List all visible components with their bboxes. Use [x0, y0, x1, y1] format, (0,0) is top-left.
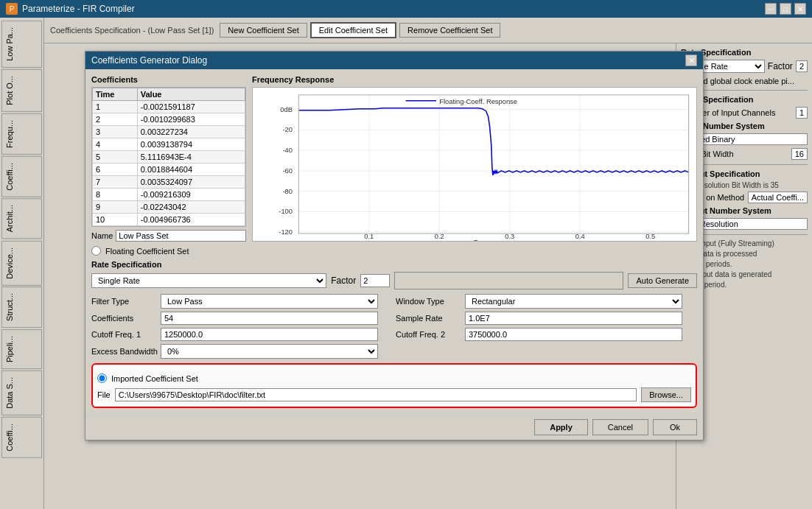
sidebar-item-device[interactable]: Device...	[1, 241, 42, 286]
imported-coeff-label: Imported Coefficient Set	[111, 374, 198, 383]
auto-generate-button[interactable]: Auto Generate	[628, 273, 697, 288]
table-row: 0.0039138794	[137, 138, 245, 151]
floating-coeff-label: Floating Coefficient Set	[105, 247, 189, 256]
sidebar-item-freq[interactable]: Frequ...	[1, 113, 42, 155]
table-row: -0.0010299683	[137, 113, 245, 126]
table-row: 0.026977539	[137, 226, 245, 228]
cutoff-freq2-label: Cutoff Freq. 2	[396, 330, 462, 339]
svg-text:0.5: 0.5	[645, 233, 655, 240]
table-row: 2	[93, 113, 138, 126]
clock-enable-label: Add global clock enable pi...	[693, 77, 794, 85]
table-row: 0.0035324097	[137, 176, 245, 189]
sidebar-item-struct[interactable]: Struct...	[1, 287, 42, 328]
num-channels-value: 1	[796, 107, 808, 119]
table-row: -0.004966736	[137, 214, 245, 226]
remove-coefficient-set-button[interactable]: Remove Coefficient Set	[399, 23, 500, 38]
minimize-button[interactable]: ─	[765, 3, 777, 15]
sidebar-item-data[interactable]: Data S...	[1, 371, 42, 415]
svg-text:0.1: 0.1	[364, 233, 374, 240]
dialog-close-button[interactable]: ✕	[685, 55, 697, 66]
time-column-header: Time	[93, 88, 138, 101]
window-controls[interactable]: ─ □ ✕	[765, 3, 806, 15]
svg-text:0.3: 0.3	[505, 233, 514, 240]
file-label: File	[97, 390, 111, 399]
ok-button[interactable]: Ok	[653, 419, 697, 435]
table-row: 4	[93, 138, 138, 151]
window-type-label: Window Type	[396, 297, 462, 306]
rate-dropdown[interactable]: Single Rate	[91, 273, 326, 288]
maximize-button[interactable]: □	[780, 3, 791, 15]
table-row: 7	[93, 176, 138, 189]
toolbar: Coefficients Specification - (Low Pass S…	[44, 18, 812, 43]
table-row: -0.02243042	[137, 201, 245, 214]
factor-input[interactable]	[360, 274, 390, 287]
sidebar-item-lowpass[interactable]: Low Pa...	[1, 21, 42, 68]
sidebar-item-arch[interactable]: Archit...	[1, 198, 42, 239]
table-row: -0.009216309	[137, 189, 245, 201]
imported-coeff-radio-row: Imported Coefficient Set	[97, 373, 691, 383]
svg-text:0dB: 0dB	[280, 106, 293, 113]
floating-coeff-radio-row: Floating Coefficient Set	[91, 246, 697, 256]
sample-rate-label: Sample Rate	[396, 314, 462, 323]
browse-button[interactable]: Browse...	[641, 387, 691, 402]
table-row: 6	[93, 164, 138, 176]
coefficients-table-container[interactable]: Time Value 1-0.00215911872-0.00102996833…	[91, 87, 246, 227]
table-row: 5	[93, 151, 138, 164]
close-button[interactable]: ✕	[794, 3, 806, 15]
factor-right-value: 2	[796, 60, 808, 72]
dialog-title-text: Coefficients Generator Dialog	[91, 55, 207, 66]
svg-text:-120: -120	[279, 228, 293, 236]
svg-text:0.2: 0.2	[435, 233, 444, 240]
coefficients-section-title: Coefficients	[91, 75, 246, 84]
table-row: 11	[93, 226, 138, 228]
svg-text:0.4: 0.4	[575, 233, 585, 240]
svg-text:Frequency: Frequency	[474, 239, 507, 241]
sidebar-item-pipe[interactable]: Pipeli...	[1, 329, 42, 369]
frequency-response-chart: 0dB -20 -40 -60 -80 -100 -120 0.1	[252, 87, 697, 242]
table-row: 5.1116943E-4	[137, 151, 245, 164]
floating-coeff-radio[interactable]	[91, 246, 101, 256]
edit-coefficient-set-button[interactable]: Edit Coefficient Set	[310, 22, 396, 38]
coefficients-generator-dialog: Coefficients Generator Dialog ✕ Coeffici…	[85, 51, 704, 440]
sidebar-item-coeff[interactable]: Coeffi...	[1, 156, 42, 197]
based-on-value: Actual Coeffi...	[748, 192, 808, 203]
window-type-dropdown[interactable]: Rectangular	[465, 294, 682, 309]
spec-label: Coefficients Specification - (Low Pass S…	[50, 26, 214, 35]
frequency-response-title: Frequency Response	[252, 75, 697, 84]
file-path-input[interactable]	[115, 388, 637, 401]
table-row: 8	[93, 189, 138, 201]
svg-text:-60: -60	[282, 167, 293, 175]
factor-label: Factor	[331, 275, 356, 286]
svg-text:-80: -80	[282, 188, 293, 195]
cutoff-freq2-input[interactable]	[465, 328, 682, 341]
name-input[interactable]	[116, 230, 246, 242]
table-row: 0.0018844604	[137, 164, 245, 176]
title-bar: P Parameterize - FIR Compiler ─ □ ✕	[0, 0, 812, 18]
value-column-header: Value	[137, 88, 245, 101]
cancel-button[interactable]: Cancel	[592, 419, 648, 435]
coefficients-table: Time Value 1-0.00215911872-0.00102996833…	[92, 88, 245, 227]
filter-type-dropdown[interactable]: Low Pass	[161, 294, 378, 309]
excess-bw-label: Excess Bandwidth	[91, 347, 158, 356]
cutoff-freq1-input[interactable]	[161, 328, 378, 341]
imported-coeff-radio[interactable]	[97, 373, 107, 383]
apply-button[interactable]: Apply	[534, 419, 588, 435]
table-row: 0.003227234	[137, 126, 245, 138]
new-coefficient-set-button[interactable]: New Coefficient Set	[220, 23, 307, 38]
table-row: 10	[93, 214, 138, 226]
table-row: 1	[93, 101, 138, 113]
table-row: 9	[93, 201, 138, 214]
coefficients-input[interactable]	[161, 312, 378, 325]
app-icon: P	[6, 3, 18, 15]
filter-type-label: Filter Type	[91, 297, 158, 306]
cutoff-freq1-label: Cutoff Freq. 1	[91, 330, 158, 339]
sample-rate-input[interactable]	[465, 312, 682, 325]
sidebar-item-plot[interactable]: Plot O...	[1, 69, 42, 112]
table-row: -0.0021591187	[137, 101, 245, 113]
sidebar-item-coeff2[interactable]: Coeffi...	[1, 417, 42, 458]
left-panel: Low Pa... Plot O... Frequ... Coeffi... A…	[0, 18, 44, 509]
input-bit-width-value: 16	[791, 148, 808, 160]
excess-bw-dropdown[interactable]: 0%	[161, 344, 378, 359]
svg-text:Floating-Coeff. Response: Floating-Coeff. Response	[439, 98, 517, 105]
dialog-title-bar: Coefficients Generator Dialog ✕	[85, 52, 703, 69]
